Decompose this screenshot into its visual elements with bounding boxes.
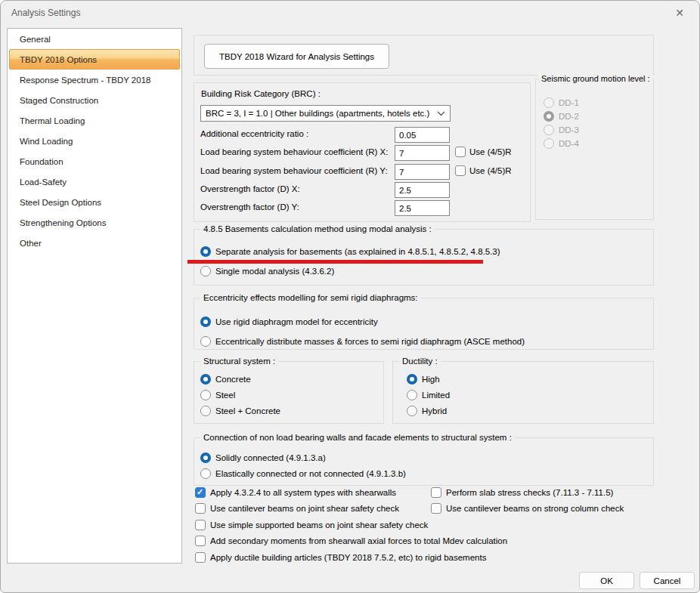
checkbox-label: Use cantilever beams on joint shear safe…	[210, 504, 399, 513]
eccentricity-group: Eccentricity effects modelling for semi …	[194, 298, 654, 350]
radio-label: Elastically connected or not connected (…	[215, 469, 406, 478]
structural-system-group: Structural system : Concrete Steel Steel…	[194, 361, 384, 424]
sidebar-item-response-spectrum[interactable]: Response Spectrum - TBDY 2018	[9, 69, 180, 90]
radio-icon[interactable]	[200, 246, 211, 257]
radio-icon[interactable]	[544, 138, 554, 149]
sidebar-item-tbdy-2018-options[interactable]: TBDY 2018 Options	[9, 49, 180, 69]
checkbox[interactable]	[455, 165, 466, 176]
field-label: Load bearing system behaviour coefficien…	[200, 166, 388, 175]
radio-label: Concrete	[215, 375, 251, 384]
use-45r-x-checkbox-row[interactable]: Use (4/5)R	[455, 147, 512, 157]
checkbox-cantilever-strong-column[interactable]: Use cantilever beams on strong column ch…	[431, 503, 624, 514]
sidebar-item-load-safety[interactable]: Load-Safety	[9, 171, 180, 192]
radio-eccentric-distribute-asce[interactable]: Eccentrically distribute masses & forces…	[200, 336, 525, 347]
tbdy-wizard-button[interactable]: TBDY 2018 Wizard for Analysis Settings	[204, 44, 389, 69]
radio-label: DD-1	[559, 98, 579, 107]
field-label: Overstrength factor (D) Y:	[200, 202, 299, 212]
overstrength-d-x-input[interactable]	[395, 182, 450, 198]
radio-label: DD-2	[559, 112, 579, 121]
sidebar-item-staged-construction[interactable]: Staged Construction	[9, 90, 180, 110]
checkbox-apply-4324-shearwalls[interactable]: Apply 4.3.2.4 to all system types with s…	[195, 487, 396, 498]
close-icon[interactable]: ✕	[672, 5, 687, 20]
basements-group: 4.8.5 Basements calculation method using…	[194, 229, 654, 286]
radio-hybrid[interactable]: Hybrid	[407, 406, 447, 416]
use-45r-y-checkbox-row[interactable]: Use (4/5)R	[455, 165, 512, 176]
r-coefficient-y-input[interactable]	[395, 164, 450, 180]
radio-separate-basement-analysis[interactable]: Separate analysis for basements (as expl…	[200, 246, 500, 257]
radio-icon[interactable]	[544, 125, 554, 135]
radio-icon[interactable]	[200, 452, 211, 463]
radio-steel[interactable]: Steel	[200, 390, 235, 400]
sidebar-item-foundation[interactable]: Foundation	[9, 151, 180, 171]
radio-icon[interactable]	[200, 406, 211, 416]
sidebar-item-strengthening-options[interactable]: Strengthening Options	[9, 212, 180, 233]
red-underline-annotation	[187, 260, 483, 264]
radio-steel-concrete[interactable]: Steel + Concrete	[200, 406, 280, 416]
radio-icon[interactable]	[200, 390, 211, 400]
checkbox-secondary-moments-mdev[interactable]: Add secondary moments from shearwall axi…	[195, 536, 507, 546]
checkbox-label: Use simple supported beams on joint shea…	[210, 520, 428, 530]
checkbox-label: Add secondary moments from shearwall axi…	[210, 536, 507, 545]
sidebar-item-other[interactable]: Other	[9, 233, 180, 253]
checkbox[interactable]	[195, 536, 206, 546]
checkbox-simple-supported-beams[interactable]: Use simple supported beams on joint shea…	[195, 520, 428, 530]
radio-single-modal-analysis[interactable]: Single modal analysis (4.3.6.2)	[200, 266, 334, 276]
checkbox[interactable]	[431, 503, 441, 514]
radio-icon[interactable]	[200, 317, 211, 327]
radio-dd3[interactable]: DD-3	[544, 125, 579, 135]
seismic-legend: Seismic ground motion level :	[538, 73, 653, 85]
checkbox-label: Use (4/5)R	[469, 166, 512, 175]
sidebar-item-steel-design-options[interactable]: Steel Design Options	[9, 192, 180, 212]
radio-label: High	[422, 375, 440, 384]
radio-icon[interactable]	[407, 406, 417, 416]
checkbox[interactable]	[195, 520, 206, 530]
radio-icon[interactable]	[200, 336, 211, 347]
radio-icon[interactable]	[200, 468, 211, 479]
radio-dd1[interactable]: DD-1	[544, 97, 579, 108]
radio-dd4[interactable]: DD-4	[544, 138, 579, 149]
radio-rigid-diaphragm-model[interactable]: Use rigid diaphragm model for eccentrici…	[200, 317, 378, 327]
checkbox-label: Use (4/5)R	[469, 147, 512, 156]
checkbox[interactable]	[455, 147, 466, 157]
checkbox[interactable]	[195, 552, 206, 563]
checkbox[interactable]	[195, 503, 206, 514]
checkbox[interactable]	[431, 487, 441, 498]
radio-label: Use rigid diaphragm model for eccentrici…	[215, 317, 378, 326]
settings-category-list: General TBDY 2018 Options Response Spect…	[7, 28, 182, 564]
cancel-button[interactable]: Cancel	[640, 572, 695, 589]
overstrength-d-y-input[interactable]	[395, 200, 450, 216]
radio-label: Solidly connected (4.9.1.3.a)	[215, 453, 326, 462]
title-bar[interactable]: Analysis Settings ✕	[1, 1, 699, 25]
radio-icon[interactable]	[407, 374, 417, 385]
ok-button[interactable]: OK	[579, 572, 634, 589]
radio-solidly-connected[interactable]: Solidly connected (4.9.1.3.a)	[200, 452, 326, 463]
r-coefficient-x-input[interactable]	[395, 145, 450, 161]
chevron-down-icon	[437, 111, 445, 116]
checkbox-label: Perform slab stress checks (7.11.3 - 7.1…	[446, 488, 613, 497]
radio-concrete[interactable]: Concrete	[200, 374, 251, 385]
radio-icon[interactable]	[544, 111, 554, 122]
radio-label: Single modal analysis (4.3.6.2)	[215, 267, 334, 276]
radio-dd2[interactable]: DD-2	[544, 111, 579, 122]
radio-icon[interactable]	[200, 374, 211, 385]
checkbox-cantilever-joint-shear[interactable]: Use cantilever beams on joint shear safe…	[195, 503, 399, 514]
radio-icon[interactable]	[407, 390, 417, 400]
checkbox-ductile-articles-rigid-basements[interactable]: Apply ductile building articles (TBDY 20…	[195, 552, 486, 563]
sidebar-item-general[interactable]: General	[9, 29, 180, 49]
checkbox-label: Apply ductile building articles (TBDY 20…	[210, 553, 486, 562]
brc-combobox[interactable]: BRC = 3, I = 1.0 | Other buildings (apar…	[200, 105, 451, 122]
connection-legend: Connection of non load bearing walls and…	[200, 432, 515, 443]
additional-eccentricity-input[interactable]	[395, 127, 450, 143]
checkbox-slab-stress-checks[interactable]: Perform slab stress checks (7.11.3 - 7.1…	[431, 487, 613, 498]
radio-limited[interactable]: Limited	[407, 390, 450, 400]
field-label: Additional eccentricity ratio :	[200, 129, 308, 138]
checkbox[interactable]	[195, 487, 206, 498]
sidebar-item-wind-loading[interactable]: Wind Loading	[9, 131, 180, 151]
radio-elastically-connected[interactable]: Elastically connected or not connected (…	[200, 468, 406, 479]
radio-icon[interactable]	[200, 266, 211, 276]
sidebar-item-thermal-loading[interactable]: Thermal Loading	[9, 110, 180, 131]
radio-high[interactable]: High	[407, 374, 440, 385]
seismic-group: Seismic ground motion level : DD-1 DD-2 …	[535, 79, 654, 220]
radio-icon[interactable]	[544, 97, 554, 108]
radio-label: Steel + Concrete	[215, 406, 280, 415]
